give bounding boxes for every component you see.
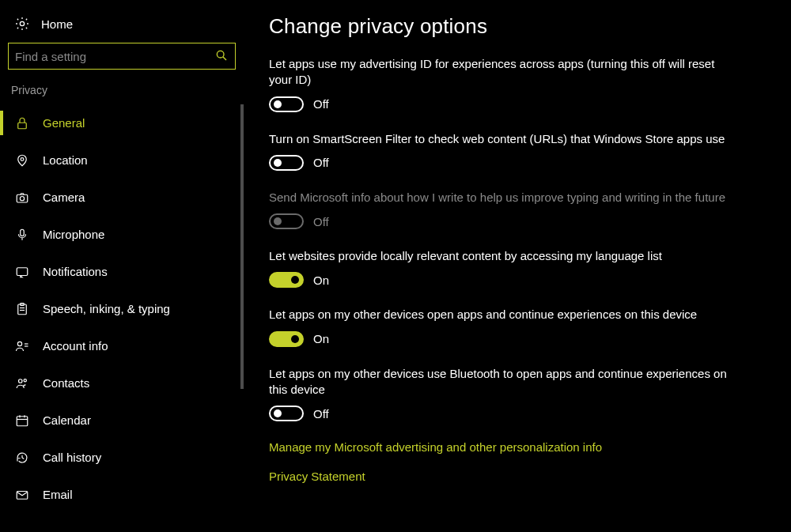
toggle-state: Off	[313, 97, 329, 111]
main-panel: Change privacy options Let apps use my a…	[244, 0, 791, 532]
sidebar-item-email[interactable]: Email	[0, 476, 244, 513]
toggle-state: Off	[313, 156, 329, 169]
setting-desc: Let apps on my other devices open apps a…	[269, 307, 736, 323]
sidebar-item-label: Call history	[43, 451, 101, 464]
setting-advertising-id: Let apps use my advertising ID for exper…	[269, 56, 767, 112]
toggle-state: Off	[313, 407, 329, 421]
sidebar-item-label: General	[43, 116, 85, 130]
history-icon	[14, 451, 30, 465]
toggle-switch[interactable]	[269, 272, 304, 288]
svg-rect-7	[21, 229, 25, 236]
link-manage-advertising[interactable]: Manage my Microsoft advertising and othe…	[269, 440, 767, 454]
location-icon	[14, 153, 30, 168]
toggle-switch[interactable]	[269, 155, 304, 171]
toggle-switch[interactable]	[269, 406, 304, 421]
sidebar-item-label: Calendar	[43, 413, 91, 427]
svg-point-13	[17, 341, 21, 345]
toggle-switch[interactable]	[269, 331, 304, 347]
toggle-row: Off	[269, 155, 767, 171]
svg-rect-5	[17, 194, 28, 202]
toggle-state: Off	[313, 215, 329, 228]
page-title: Change privacy options	[269, 14, 767, 39]
clipboard-icon	[14, 302, 30, 316]
toggle-row: On	[269, 331, 767, 347]
toggle-switch	[269, 213, 304, 229]
setting-desc: Let apps use my advertising ID for exper…	[269, 56, 736, 89]
sidebar-item-speech[interactable]: Speech, inking, & typing	[0, 290, 244, 327]
toggle-state: On	[313, 332, 329, 345]
sidebar-item-notifications[interactable]: Notifications	[0, 253, 244, 290]
sidebar-scrollbar[interactable]	[237, 104, 244, 515]
svg-rect-8	[17, 267, 28, 275]
setting-smartscreen: Turn on SmartScreen Filter to check web …	[269, 131, 767, 171]
email-icon	[14, 488, 30, 502]
account-icon	[14, 339, 30, 353]
search-wrap	[8, 43, 236, 70]
camera-icon	[14, 191, 30, 205]
gear-icon	[14, 16, 30, 32]
toggle-row: Off	[269, 406, 767, 421]
setting-typing-info: Send Microsoft info about how I write to…	[269, 190, 767, 229]
home-label: Home	[41, 17, 73, 31]
sidebar-item-contacts[interactable]: Contacts	[0, 364, 244, 402]
sidebar-item-label: Microphone	[43, 228, 104, 241]
sidebar-item-label: Contacts	[43, 376, 89, 390]
link-privacy-statement[interactable]: Privacy Statement	[269, 470, 767, 483]
sidebar-item-camera[interactable]: Camera	[0, 179, 244, 216]
setting-desc: Let websites provide locally relevant co…	[269, 248, 736, 264]
setting-cross-device: Let apps on my other devices open apps a…	[269, 307, 767, 346]
lock-icon	[14, 116, 30, 130]
microphone-icon	[14, 228, 30, 242]
setting-desc: Send Microsoft info about how I write to…	[269, 190, 736, 206]
sidebar-item-accountinfo[interactable]: Account info	[0, 327, 244, 364]
sidebar-item-calendar[interactable]: Calendar	[0, 402, 244, 439]
section-label: Privacy	[0, 84, 244, 104]
toggle-state: On	[313, 274, 329, 287]
svg-point-0	[20, 21, 24, 25]
svg-point-16	[19, 379, 23, 383]
toggle-row: Off	[269, 213, 767, 229]
svg-rect-18	[17, 416, 28, 425]
sidebar-item-callhistory[interactable]: Call history	[0, 439, 244, 476]
calendar-icon	[14, 413, 30, 428]
toggle-row: Off	[269, 96, 767, 112]
sidebar-item-label: Speech, inking, & typing	[43, 302, 170, 315]
contacts-icon	[14, 376, 30, 391]
setting-bluetooth-cross-device: Let apps on my other devices use Bluetoo…	[269, 366, 767, 422]
svg-point-17	[24, 379, 26, 381]
sidebar-item-label: Camera	[43, 191, 85, 204]
svg-point-4	[21, 157, 24, 160]
scrollbar-thumb[interactable]	[240, 104, 244, 389]
setting-desc: Let apps on my other devices use Bluetoo…	[269, 366, 736, 398]
sidebar-item-location[interactable]: Location	[0, 141, 244, 179]
notifications-icon	[14, 265, 30, 279]
home-nav[interactable]: Home	[0, 11, 244, 43]
nav-list: General Location Camera	[0, 104, 244, 515]
sidebar: Home Privacy General Location	[0, 0, 244, 532]
sidebar-item-label: Location	[43, 153, 88, 167]
setting-desc: Turn on SmartScreen Filter to check web …	[269, 131, 736, 147]
sidebar-item-label: Account info	[43, 339, 108, 353]
sidebar-item-general[interactable]: General	[0, 104, 244, 141]
sidebar-item-microphone[interactable]: Microphone	[0, 216, 244, 253]
sidebar-item-label: Email	[43, 488, 73, 501]
toggle-switch[interactable]	[269, 96, 304, 112]
svg-point-6	[20, 196, 24, 200]
svg-rect-3	[18, 123, 27, 129]
setting-language-list: Let websites provide locally relevant co…	[269, 248, 767, 288]
sidebar-item-label: Notifications	[43, 265, 108, 278]
toggle-row: On	[269, 272, 767, 288]
search-input[interactable]	[8, 43, 236, 70]
